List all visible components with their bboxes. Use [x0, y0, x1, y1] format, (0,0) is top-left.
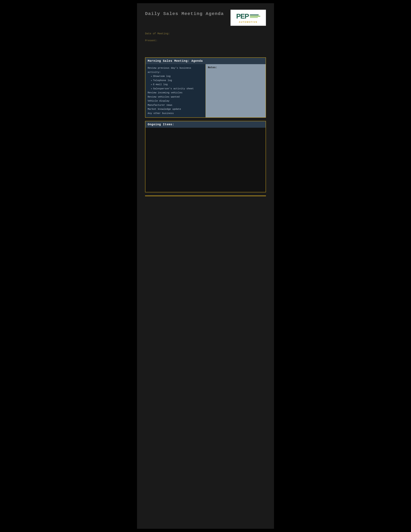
logo-automotive-text: AUTOMOTIVE: [239, 21, 258, 23]
bullet-arrow-3: »: [151, 83, 152, 86]
agenda-vehicle-display: Vehicle display: [148, 99, 203, 103]
morning-section-table: Morning Sales Meeting: Agenda Review pre…: [145, 57, 266, 118]
company-logo: PEP AUTOMOTIVE: [231, 10, 266, 26]
wave-line-3: [250, 17, 258, 18]
header: Daily Sales Meeting Agenda PEP AUTOMOTIV…: [145, 10, 266, 26]
wave-line-1: [250, 15, 259, 15]
agenda-review-incoming: Review incoming vehicles: [148, 91, 203, 95]
present-field: Present:: [145, 39, 266, 42]
logo-pep-text: PEP: [236, 12, 249, 20]
notes-label: Notes:: [208, 66, 263, 69]
present-label: Present:: [145, 39, 266, 42]
agenda-intro: Review previous day’s business activity:: [148, 66, 203, 74]
agenda-market-knowledge: Market knowledge update: [148, 107, 203, 111]
agenda-manufacturer-news: Manufacturer news: [148, 103, 203, 107]
morning-header-text: Morning Sales Meeting: Agenda: [148, 59, 203, 63]
date-of-meeting-field: Date of Meeting:: [145, 32, 266, 35]
bullet-arrow-2: »: [151, 79, 152, 82]
date-label: Date of Meeting:: [145, 32, 266, 35]
sub-item-showroom: »Showroom log: [148, 74, 203, 78]
agenda-review-wanted: Review vehicles wanted: [148, 95, 203, 99]
sub-item-telephone: »Telephone log: [148, 78, 203, 83]
bullet-arrow-1: »: [151, 75, 152, 77]
ongoing-header-text: Ongoing Items:: [148, 123, 174, 126]
sub-item-salesperson: »Salesperson's activity sheet: [148, 87, 203, 91]
ongoing-section-table: Ongoing Items:: [145, 121, 266, 192]
bottom-bar: [145, 196, 266, 196]
bullet-arrow-4: »: [151, 87, 152, 90]
logo-waves: [250, 15, 260, 18]
wave-line-2: [250, 16, 260, 17]
agenda-any-other: Any other business: [148, 111, 203, 116]
sub-item-email: »E-mail log: [148, 83, 203, 87]
ongoing-section-header: Ongoing Items:: [145, 121, 266, 128]
ongoing-body: [145, 128, 266, 192]
page-title: Daily Sales Meeting Agenda: [145, 10, 224, 16]
notes-column: Notes:: [206, 64, 266, 117]
logo-pep-row: PEP: [236, 12, 260, 20]
morning-section-header: Morning Sales Meeting: Agenda: [145, 57, 266, 64]
page: Daily Sales Meeting Agenda PEP AUTOMOTIV…: [137, 3, 274, 529]
agenda-column: Review previous day’s business activity:…: [145, 64, 206, 117]
